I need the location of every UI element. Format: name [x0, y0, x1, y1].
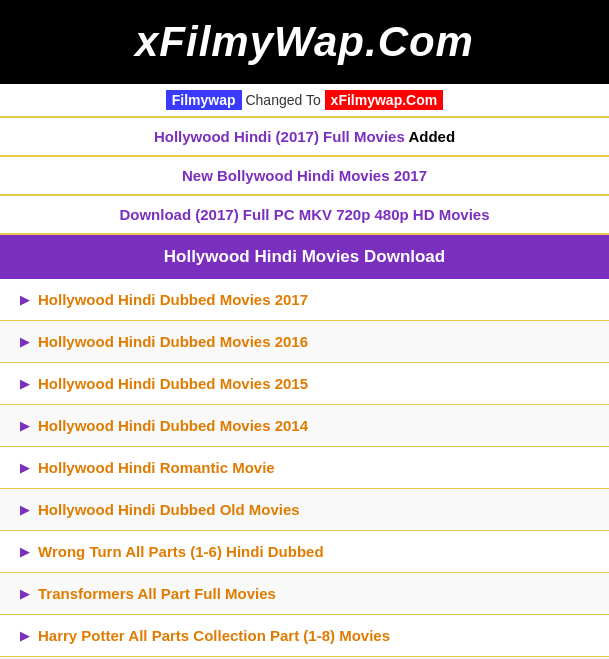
list-item: ▶Transformers All Part Full Movies — [0, 573, 609, 615]
arrow-icon: ▶ — [20, 544, 30, 559]
arrow-icon: ▶ — [20, 586, 30, 601]
top-links-section: Hollywood Hindi (2017) Full Movies Added… — [0, 118, 609, 235]
menu-link[interactable]: Hollywood Hindi Dubbed Old Movies — [38, 501, 300, 518]
hollywood-2017-link[interactable]: Hollywood Hindi (2017) Full Movies Added — [0, 118, 609, 157]
download-hd-link[interactable]: Download (2017) Full PC MKV 720p 480p HD… — [0, 196, 609, 233]
arrow-icon: ▶ — [20, 292, 30, 307]
hollywood-2017-label: Hollywood Hindi (2017) Full Movies — [154, 128, 405, 145]
arrow-icon: ▶ — [20, 502, 30, 517]
download-hd-label: Download (2017) Full PC MKV 720p 480p HD… — [119, 206, 489, 223]
list-item: ▶Hollywood Hindi Dubbed Movies 2016 — [0, 321, 609, 363]
list-item: ▶Hollywood Hindi Dubbed Movies 2017 — [0, 279, 609, 321]
section-header: Hollywood Hindi Movies Download — [0, 235, 609, 279]
arrow-icon: ▶ — [20, 334, 30, 349]
menu-link[interactable]: Hollywood Hindi Dubbed Movies 2016 — [38, 333, 308, 350]
menu-link[interactable]: Harry Potter All Parts Collection Part (… — [38, 627, 390, 644]
menu-link[interactable]: Hollywood Hindi Dubbed Movies 2017 — [38, 291, 308, 308]
list-item: ▶Harry Potter All Parts Collection Part … — [0, 615, 609, 657]
menu-link[interactable]: Hollywood Hindi Romantic Movie — [38, 459, 275, 476]
menu-link[interactable]: Wrong Turn All Parts (1-6) Hindi Dubbed — [38, 543, 324, 560]
notice-middle: Changed To — [245, 92, 324, 108]
added-label: Added — [405, 128, 455, 145]
bollywood-2017-label: New Bollywood Hindi Movies 2017 — [182, 167, 427, 184]
header: xFilmyWap.Com — [0, 0, 609, 84]
list-item: ▶Hollywood Hindi Romantic Movie — [0, 447, 609, 489]
menu-link[interactable]: Transformers All Part Full Movies — [38, 585, 276, 602]
arrow-icon: ▶ — [20, 376, 30, 391]
menu-list: ▶Hollywood Hindi Dubbed Movies 2017▶Holl… — [0, 279, 609, 659]
filmywap-badge: Filmywap — [166, 90, 242, 110]
bollywood-2017-link[interactable]: New Bollywood Hindi Movies 2017 — [0, 157, 609, 196]
list-item: ▶Wrong Turn All Parts (1-6) Hindi Dubbed — [0, 531, 609, 573]
list-item: ▶Hollywood Hindi Dubbed Old Movies — [0, 489, 609, 531]
notice-bar: Filmywap Changed To xFilmywap.Com — [0, 84, 609, 118]
xfilmywap-badge: xFilmywap.Com — [325, 90, 444, 110]
menu-link[interactable]: Hollywood Hindi Dubbed Movies 2014 — [38, 417, 308, 434]
site-title: xFilmyWap.Com — [135, 18, 474, 65]
arrow-icon: ▶ — [20, 460, 30, 475]
menu-link[interactable]: Hollywood Hindi Dubbed Movies 2015 — [38, 375, 308, 392]
section-title: Hollywood Hindi Movies Download — [164, 247, 445, 266]
list-item: ▶Hollywood Hindi Dubbed Movies 2015 — [0, 363, 609, 405]
list-item: ▶Hollywood Hindi Dubbed Movies 2014 — [0, 405, 609, 447]
arrow-icon: ▶ — [20, 628, 30, 643]
arrow-icon: ▶ — [20, 418, 30, 433]
